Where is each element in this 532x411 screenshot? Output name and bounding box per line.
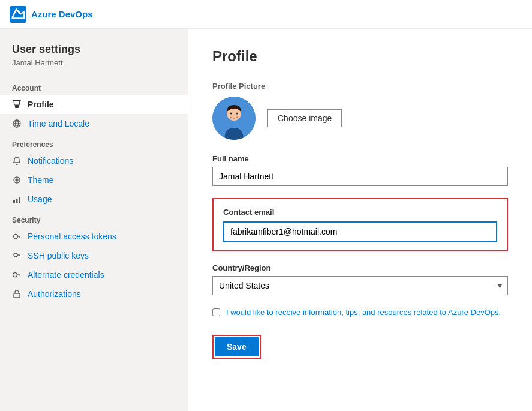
sidebar-item-ssh-label: SSH public keys [28,251,89,260]
sidebar-item-theme-label: Theme [28,175,54,185]
sidebar: User settings Jamal Hartnett Account Pro… [0,29,188,411]
svg-point-16 [13,273,17,277]
newsletter-label: I would like to receive information, tip… [226,307,501,318]
country-field: Country/Region United States Canada Unit… [212,263,508,295]
svg-rect-17 [14,293,20,298]
svg-point-15 [14,253,17,257]
sidebar-item-usage-label: Usage [28,194,52,204]
sidebar-item-notifications[interactable]: Notifications [0,151,188,170]
sidebar-item-ssh[interactable]: SSH public keys [0,246,188,265]
country-select-wrapper: United States Canada United Kingdom Aust… [212,276,508,295]
sidebar-item-theme[interactable]: Theme [0,170,188,190]
azure-devops-logo [10,6,26,23]
avatar [212,97,256,140]
chart-icon [12,194,22,204]
sidebar-item-notifications-label: Notifications [28,156,73,166]
sidebar-item-time-locale-label: Time and Locale [28,119,89,128]
sidebar-username: Jamal Hartnett [0,58,188,77]
profile-picture-section: Profile Picture [212,82,508,140]
svg-rect-3 [15,105,19,108]
profile-picture-label: Profile Picture [212,82,508,91]
svg-rect-2 [13,100,21,101]
sidebar-section-preferences: Preferences [0,133,188,151]
profile-picture-row: Choose image [212,97,508,140]
save-button-wrapper: Save [212,335,261,359]
full-name-field: Full name [212,154,508,186]
key2-icon [12,251,22,260]
svg-point-20 [230,113,232,115]
svg-rect-13 [19,197,20,203]
contact-email-label: Contact email [223,208,497,217]
sidebar-item-time-locale[interactable]: Time and Locale [0,114,188,133]
sidebar-section-account: Account [0,77,188,95]
sidebar-title: User settings [0,38,188,58]
key3-icon [12,270,22,280]
svg-rect-12 [16,199,18,203]
newsletter-checkbox[interactable] [212,308,220,316]
sidebar-item-alt-creds[interactable]: Alternate credentials [0,265,188,284]
person-icon [12,100,22,109]
sidebar-item-pat[interactable]: Personal access tokens [0,227,188,246]
globe-icon [12,119,22,128]
full-name-label: Full name [212,154,508,163]
sidebar-item-authorizations-label: Authorizations [28,289,81,299]
svg-point-21 [236,113,238,115]
save-button[interactable]: Save [215,337,259,356]
svg-point-14 [14,235,18,239]
sidebar-item-profile[interactable]: Profile [0,95,188,114]
svg-rect-11 [13,200,15,203]
svg-point-10 [16,179,18,181]
lock-icon [12,289,22,299]
sidebar-item-usage[interactable]: Usage [0,190,188,209]
app-name: Azure DevOps [31,9,93,19]
page-title: Profile [212,48,508,65]
main-content: Profile Profile Picture [188,29,532,411]
sidebar-item-pat-label: Personal access tokens [28,232,116,241]
sidebar-item-profile-label: Profile [28,100,54,109]
sidebar-item-alt-creds-label: Alternate credentials [28,270,104,280]
country-select[interactable]: United States Canada United Kingdom Aust… [212,276,508,295]
app-header: Azure DevOps [0,0,532,29]
country-label: Country/Region [212,263,508,272]
key-icon [12,232,22,241]
newsletter-checkbox-row: I would like to receive information, tip… [212,307,508,318]
contact-email-input[interactable] [223,221,497,242]
sidebar-section-security: Security [0,209,188,227]
sidebar-item-authorizations[interactable]: Authorizations [0,284,188,304]
contact-email-section: Contact email [212,198,508,251]
bell-icon [12,156,22,166]
theme-icon [12,175,22,185]
choose-image-button[interactable]: Choose image [267,109,342,127]
full-name-input[interactable] [212,167,508,186]
